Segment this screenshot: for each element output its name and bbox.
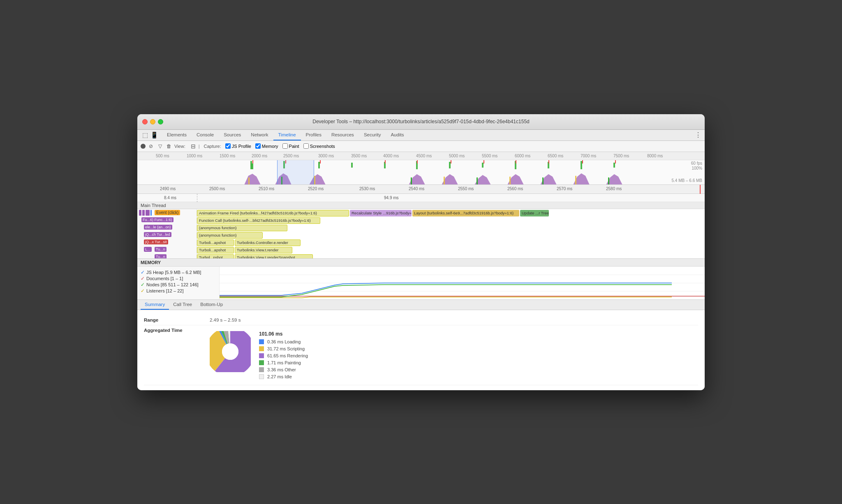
tick-2510: 2510 ms bbox=[259, 186, 274, 191]
controller-render-block[interactable]: Turbolinks.Controller.e.render bbox=[235, 239, 301, 246]
loading-color bbox=[259, 339, 264, 344]
range-value: 2.49 s – 2.59 s bbox=[210, 318, 241, 322]
devtools-window: Developer Tools – http://localhost:3000/… bbox=[137, 114, 705, 390]
func-block-5[interactable]: L... bbox=[144, 247, 152, 252]
paint-checkbox[interactable]: Paint bbox=[282, 143, 299, 149]
ruler-tick-4500: 4500 ms bbox=[416, 154, 432, 158]
view-label: View: bbox=[174, 144, 185, 149]
view-icon[interactable]: ⊟ bbox=[190, 143, 197, 150]
memory-label: Memory bbox=[262, 144, 278, 149]
tab-bottom-up[interactable]: Bottom-Up bbox=[196, 300, 227, 310]
tick-2580: 2580 ms bbox=[606, 186, 622, 191]
func-block-6[interactable]: Tu...n bbox=[155, 247, 167, 252]
minimize-button[interactable] bbox=[150, 119, 155, 124]
ruler-tick-2000: 2000 ms bbox=[252, 154, 267, 158]
tick-2500: 2500 ms bbox=[209, 186, 225, 191]
paint-label: Paint bbox=[289, 144, 299, 149]
other-color bbox=[259, 367, 264, 372]
func-call-block[interactable]: Function Call (turbolinks.self-...bf427a… bbox=[197, 217, 320, 224]
legend-listeners: ✓ Listeners [12 – 22] bbox=[141, 288, 216, 294]
tab-audits[interactable]: Audits bbox=[386, 130, 409, 140]
summary-panel: Range 2.49 s – 2.59 s Aggregated Time bbox=[137, 310, 705, 390]
legend-idle: 2.27 ms Idle bbox=[259, 374, 308, 379]
legend-other: 3.36 ms Other bbox=[259, 367, 308, 372]
tab-sources[interactable]: Sources bbox=[219, 130, 246, 140]
ruler-tick-5000: 5000 ms bbox=[449, 154, 465, 158]
stop-button[interactable]: ⊘ bbox=[147, 143, 155, 150]
ruler-tick-7000: 7000 ms bbox=[581, 154, 596, 158]
documents-legend: Documents [1 – 1] bbox=[146, 276, 183, 281]
tick-2550: 2550 ms bbox=[458, 186, 474, 191]
tab-elements[interactable]: Elements bbox=[162, 130, 192, 140]
aggregated-content: 101.06 ms 0.36 ms Loading 31.72 ms Scrip… bbox=[210, 328, 308, 382]
render-snapshot-block[interactable]: Turbolinks.View.t.renderSnapshot bbox=[235, 254, 313, 258]
record-button[interactable] bbox=[141, 144, 146, 149]
tab-security[interactable]: Security bbox=[359, 130, 386, 140]
legend-nodes: ✓ Nodes [85 511 – 122 146] bbox=[141, 282, 216, 288]
filter-icon[interactable]: ▽ bbox=[156, 143, 164, 150]
func-block-1[interactable]: Fu...6) Func...1:6) bbox=[141, 217, 173, 222]
memory-checkbox[interactable]: Memory bbox=[255, 143, 278, 149]
time-separator bbox=[197, 194, 197, 202]
tab-console[interactable]: Console bbox=[192, 130, 219, 140]
tick-2570: 2570 ms bbox=[557, 186, 572, 191]
ruler-tick-6000: 6000 ms bbox=[515, 154, 530, 158]
layout-block[interactable]: Layout (turbolinks.self-6e9...7adfd3c519… bbox=[412, 210, 519, 216]
aggregated-label: Aggregated Time bbox=[144, 328, 210, 333]
view-render-block[interactable]: Turbolinks.View.t.render bbox=[235, 247, 292, 253]
memory-chart[interactable] bbox=[220, 267, 705, 299]
tab-resources[interactable]: Resources bbox=[326, 130, 359, 140]
device-icon[interactable]: 📱 bbox=[150, 131, 159, 140]
time-left: 8.4 ms bbox=[164, 196, 176, 200]
event-click-block[interactable]: Event (click) bbox=[155, 210, 180, 215]
screenshots-label: Screenshots bbox=[310, 144, 335, 149]
ruler-tick-2500: 2500 ms bbox=[283, 154, 299, 158]
flame-chart[interactable]: Event (click) Fu...6) Func...1:6) ele...… bbox=[137, 209, 705, 258]
fps-pct: 100% bbox=[692, 166, 702, 170]
inspect-icon[interactable]: ⬚ bbox=[141, 131, 150, 140]
tab-timeline[interactable]: Timeline bbox=[273, 130, 301, 140]
screenshots-checkbox[interactable]: Screenshots bbox=[303, 143, 335, 149]
flame-right[interactable]: Animation Frame Fired (turbolinks...f427… bbox=[197, 209, 705, 258]
tab-menu-button[interactable]: ⋮ bbox=[695, 131, 701, 139]
nodes-legend: Nodes [85 511 – 122 146] bbox=[146, 282, 199, 287]
turbolinks-apshot-1[interactable]: Turboli...apshot bbox=[197, 239, 234, 246]
range-label: Range bbox=[144, 318, 210, 322]
turbolinks-apshot-2[interactable]: Turboli...apshot bbox=[197, 247, 234, 253]
tab-call-tree[interactable]: Call Tree bbox=[169, 300, 196, 310]
tab-profiles[interactable]: Profiles bbox=[301, 130, 326, 140]
recalc-style-block[interactable]: Recalculate Style ...916b.js?body=1:6) bbox=[350, 210, 412, 216]
update-tree-block[interactable]: Update ...r Tree bbox=[520, 210, 549, 216]
js-profile-checkbox[interactable]: JS Profile bbox=[225, 143, 251, 149]
close-button[interactable] bbox=[142, 119, 148, 124]
anon-func-block2[interactable]: (anonymous function) bbox=[197, 232, 263, 239]
legend-scripting: 31.72 ms Scripting bbox=[259, 346, 308, 351]
func-block-4[interactable]: jQ...x Tur...sit bbox=[144, 239, 168, 244]
ruler-tick-5500: 5500 ms bbox=[482, 154, 497, 158]
ruler-tick-7500: 7500 ms bbox=[613, 154, 629, 158]
tab-summary[interactable]: Summary bbox=[141, 300, 169, 310]
func-block-2[interactable]: ele...le (an...on) bbox=[144, 225, 172, 230]
anim-frame-block[interactable]: Animation Frame Fired (turbolinks...f427… bbox=[197, 210, 349, 216]
tab-network[interactable]: Network bbox=[246, 130, 273, 140]
time-right: 94.9 ms bbox=[384, 196, 399, 200]
bottom-tab-bar: Summary Call Tree Bottom-Up bbox=[137, 300, 705, 310]
maximize-button[interactable] bbox=[158, 119, 163, 124]
scripting-color bbox=[259, 346, 264, 351]
overview-timeline[interactable]: 500 ms 1000 ms 1500 ms 2000 ms 2500 ms 3… bbox=[137, 152, 705, 185]
pie-chart bbox=[210, 331, 251, 372]
aggregated-row: Aggregated Time bbox=[144, 325, 698, 385]
legend-list: 0.36 ms Loading 31.72 ms Scripting 61.65… bbox=[259, 339, 308, 379]
capture-label: Capture: bbox=[204, 144, 221, 149]
func-block-3[interactable]: jQ...ch Tur...led bbox=[144, 232, 171, 237]
memory-section-header: MEMORY bbox=[137, 259, 705, 267]
tick-2490: 2490 ms bbox=[160, 186, 176, 191]
memory-section: MEMORY ✓ JS Heap [5.9 MB – 6.2 MB] ✓ Doc… bbox=[137, 259, 705, 300]
anon-func-block[interactable]: (anonymous function) bbox=[197, 225, 287, 231]
turbolinks-pshot[interactable]: Turbol...pshot bbox=[197, 254, 234, 258]
overview-memory-label: 5.4 MB – 6.6 MB bbox=[672, 178, 702, 183]
func-block-7[interactable]: Tu...n bbox=[155, 254, 167, 258]
trash-icon[interactable]: 🗑 bbox=[165, 143, 173, 150]
overview-selection[interactable] bbox=[277, 160, 314, 184]
ruler-tick-1000: 1000 ms bbox=[187, 154, 202, 158]
